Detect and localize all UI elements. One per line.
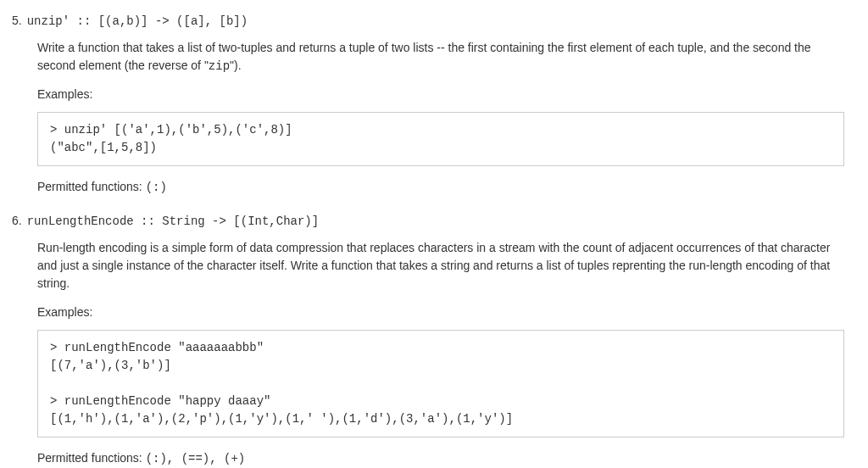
exercise-body: Run-length encoding is a simple form of … <box>37 239 844 468</box>
exercise-header: 5. unzip' :: [(a,b)] -> ([a], [b]) <box>12 12 844 31</box>
exercise-item-5: 5. unzip' :: [(a,b)] -> ([a], [b]) Write… <box>12 12 844 197</box>
exercise-number: 6. <box>12 212 22 230</box>
permitted-functions: Permitted functions: (:), (==), (+) <box>37 449 844 468</box>
code-example: > unzip' [('a',1),('b',5),('c',8)] ("abc… <box>37 112 844 166</box>
code-example: > runLengthEncode "aaaaaaabbb" [(7,'a'),… <box>37 330 844 437</box>
description-code: zip <box>209 59 230 73</box>
description-prefix: Write a function that takes a list of tw… <box>37 41 811 72</box>
exercise-description: Run-length encoding is a simple form of … <box>37 239 844 293</box>
permitted-functions: Permitted functions: (:) <box>37 178 844 197</box>
permitted-label: Permitted functions: <box>37 451 146 465</box>
description-suffix: "). <box>230 58 242 72</box>
permitted-label: Permitted functions: <box>37 180 146 193</box>
permitted-code: (:), (==), (+) <box>146 452 246 465</box>
exercise-signature: unzip' :: [(a,b)] -> ([a], [b]) <box>27 13 248 31</box>
exercise-body: Write a function that takes a list of tw… <box>37 39 844 197</box>
exercise-header: 6. runLengthEncode :: String -> [(Int,Ch… <box>12 212 844 231</box>
exercise-item-6: 6. runLengthEncode :: String -> [(Int,Ch… <box>12 212 844 468</box>
exercise-signature: runLengthEncode :: String -> [(Int,Char)… <box>27 213 319 231</box>
description-prefix: Run-length encoding is a simple form of … <box>37 241 830 290</box>
examples-label: Examples: <box>37 304 844 321</box>
permitted-code: (:) <box>146 181 167 194</box>
exercise-description: Write a function that takes a list of tw… <box>37 39 844 75</box>
examples-label: Examples: <box>37 86 844 103</box>
exercise-number: 5. <box>12 12 22 30</box>
